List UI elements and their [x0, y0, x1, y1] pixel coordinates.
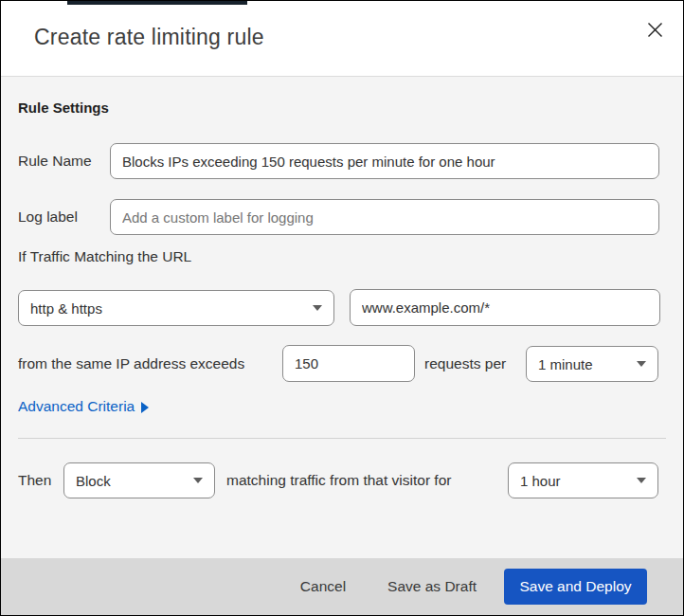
then-label: Then: [18, 462, 51, 498]
url-pattern-input[interactable]: [350, 289, 660, 326]
dialog-header: Create rate limiting rule: [1, 1, 683, 77]
duration-select[interactable]: 1 hour: [508, 462, 658, 498]
rule-settings-heading: Rule Settings: [18, 100, 109, 116]
log-label-input[interactable]: [110, 199, 659, 235]
rate-limiting-dialog: Create rate limiting rule Rule Settings …: [0, 0, 684, 616]
period-select-value: 1 minute: [538, 356, 593, 372]
chevron-down-icon: [313, 305, 322, 311]
dialog-body: Rule Settings Rule Name Log label If Tra…: [1, 78, 683, 560]
cancel-button[interactable]: Cancel: [300, 578, 346, 595]
period-select[interactable]: 1 minute: [526, 346, 658, 382]
action-select[interactable]: Block: [63, 462, 215, 498]
advanced-criteria-label: Advanced Criteria: [18, 398, 135, 415]
dialog-footer: Cancel Save as Draft Save and Deploy: [1, 558, 683, 615]
log-label-label: Log label: [18, 199, 78, 235]
chevron-down-icon: [637, 361, 646, 367]
threshold-prefix-text: from the same IP address exceeds: [18, 346, 244, 382]
arrow-right-icon: [141, 402, 149, 413]
background-page-strip: [67, 1, 247, 5]
section-divider: [18, 438, 666, 439]
threshold-suffix-text: requests per: [424, 346, 506, 382]
chevron-down-icon: [637, 478, 646, 483]
save-as-draft-button[interactable]: Save as Draft: [387, 578, 477, 595]
close-button[interactable]: [643, 18, 666, 41]
then-middle-text: matching traffic from that visitor for: [226, 462, 451, 498]
rule-name-label: Rule Name: [18, 143, 92, 179]
advanced-criteria-link[interactable]: Advanced Criteria: [18, 398, 149, 415]
scheme-select[interactable]: http & https: [18, 290, 334, 326]
action-select-value: Block: [76, 473, 111, 489]
traffic-match-intro: If Traffic Matching the URL: [18, 239, 191, 275]
save-and-deploy-button[interactable]: Save and Deploy: [504, 569, 647, 605]
chevron-down-icon: [193, 478, 203, 483]
dialog-title: Create rate limiting rule: [34, 1, 264, 77]
threshold-count-input[interactable]: [282, 345, 415, 382]
rule-name-input[interactable]: [110, 143, 659, 179]
scheme-select-value: http & https: [30, 300, 102, 317]
duration-select-value: 1 hour: [520, 473, 561, 489]
close-icon: [647, 22, 663, 38]
